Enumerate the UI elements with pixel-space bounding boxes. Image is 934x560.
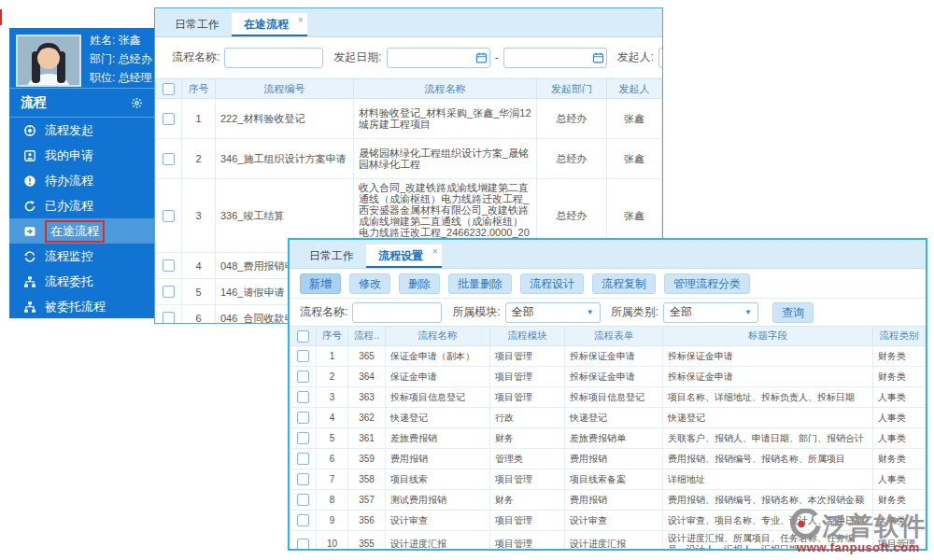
sidebar-item-process-monitor[interactable]: 流程监控 [9,244,154,269]
sidebar-item-pending-process[interactable]: 待办流程 [9,168,154,193]
sidebar-item-in-transit-process[interactable]: 在途流程 [9,218,154,244]
table-row[interactable]: 1222_材料验收登记材料验收登记_材料采购_张鑫_华润12城房建工程项目总经办… [156,99,662,139]
table-row[interactable]: 9356设计审查项目管理设计审查设计审查、项目名称、专业、设计人、制单日期人事类 [290,511,926,531]
cell-process-form: 差旅费报销单 [565,428,663,449]
row-checkbox[interactable] [163,113,175,125]
gear-icon[interactable] [131,97,143,109]
cell-title-fields: 快递登记 [663,408,873,428]
sidebar-item-my-applications[interactable]: 我的申请 [9,143,154,168]
w2-column-header[interactable]: 序号 [317,327,348,346]
row-checkbox-cell [290,408,317,428]
row-checkbox[interactable] [163,210,175,222]
select-all-checkbox[interactable] [163,83,175,95]
w2-column-header[interactable]: 流程名称 [386,327,490,346]
batch-delete-button[interactable]: 批量删除 [448,273,512,294]
cell-process-name: 设计审查 [386,511,490,531]
row-checkbox[interactable] [297,391,309,403]
table-row[interactable]: 6359费用报销管理类费用报销费用报销、报销编号、报销名称、所属项目财务类 [290,449,926,469]
w2-column-header[interactable]: 标题字段 [663,327,873,346]
tab-label: 在途流程 [244,18,289,31]
tab-process-settings[interactable]: 流程设置× [366,245,442,268]
cell-process-module: 行政 [490,408,565,428]
process-copy-button[interactable]: 流程复制 [592,273,656,294]
w2-column-header[interactable]: 流程模块 [490,327,565,346]
table-row[interactable]: 7358项目线索项目管理项目线索备案详细地址人事类 [290,469,926,490]
table-row[interactable]: 10355设计进度汇报项目管理设计进度汇报设计进度汇报、所属项目、任务名称、任务… [290,531,926,552]
module-select[interactable]: 全部 ▼ [505,302,601,323]
row-checkbox[interactable] [297,539,309,551]
cell-process-id: 358 [348,469,386,490]
calendar-icon[interactable] [475,51,488,63]
select-all-checkbox[interactable] [297,330,309,343]
table-row[interactable]: 2364保证金申请项目管理投标保证金申请投标保证金申请财务类 [290,367,926,387]
w2-process-name-input[interactable] [352,302,442,323]
tab-daily-work[interactable]: 日常工作 [297,245,366,268]
chevron-down-icon: ▼ [744,308,752,316]
row-checkbox[interactable] [297,453,309,465]
table-row[interactable]: 3363投标项目信息登记项目管理投标项目信息登记项目名称、详细地址、投标负责人、… [290,387,926,408]
w2-column-header[interactable]: 流程.. [348,327,386,346]
w2-column-header[interactable]: 流程表单 [565,327,663,346]
module-label: 所属模块: [452,304,500,320]
cell-seq: 3 [182,179,216,253]
module-select-value: 全部 [512,304,534,320]
w1-column-header[interactable]: 发起部门 [537,79,607,99]
cell-process-category: 人事类 [873,511,926,531]
process-design-button[interactable]: 流程设计 [520,273,584,294]
tab-daily-work[interactable]: 日常工作 [163,13,232,36]
cell-process-name: 设计进度汇报 [386,531,490,552]
row-checkbox[interactable] [297,494,309,506]
table-row[interactable]: 2346_施工组织设计方案申请晟铭园林绿化工程组织设计方案_晟铭园林绿化工程总经… [156,139,662,179]
row-checkbox[interactable] [297,432,309,444]
w1-column-header[interactable]: 序号 [182,79,216,99]
table-row[interactable]: 8357测试费用报销财务费用报销费用报销、报销编号、报销名称、本次报销金额财务类 [290,490,926,511]
cell-seq: 2 [317,367,348,387]
row-checkbox[interactable] [297,412,309,424]
sidebar-item-done-process[interactable]: 已办流程 [9,193,154,218]
w2-column-header[interactable]: 流程类别 [873,327,926,346]
tab-in-transit-process[interactable]: 在途流程× [232,13,307,36]
w1-process-name-input[interactable] [224,48,323,68]
table-row[interactable]: 4362快递登记行政快递登记快递登记人事类 [290,408,926,428]
delete-button[interactable]: 删除 [399,273,440,294]
sidebar-item-delegated-process[interactable]: 被委托流程 [9,294,154,319]
profile-dept-row: 部门: 总经办 [90,49,154,68]
row-checkbox[interactable] [297,371,309,383]
row-checkbox-cell [156,253,182,279]
cell-start-dept: 总经办 [537,139,607,179]
cell-process-form: 快递登记 [565,408,663,428]
w2-header-checkbox-cell [290,327,317,346]
w1-column-header[interactable]: 发起人 [607,79,662,99]
add-button[interactable]: 新增 [300,273,341,294]
row-checkbox[interactable] [297,473,309,485]
category-select[interactable]: 全部 ▼ [663,302,758,323]
row-checkbox[interactable] [163,312,175,324]
tab-close-icon[interactable]: × [432,246,438,257]
manage-process-category-button[interactable]: 管理流程分类 [664,273,750,294]
row-checkbox[interactable] [297,514,309,526]
row-checkbox[interactable] [297,350,309,362]
query-button[interactable]: 查询 [772,302,814,323]
cell-seq: 7 [317,469,348,490]
tab-label: 日常工作 [175,18,219,31]
calendar-icon[interactable] [592,51,604,63]
w1-column-header[interactable]: 流程编号 [216,79,354,99]
row-checkbox[interactable] [163,259,175,272]
cell-process-category: 人事类 [873,469,926,490]
row-checkbox-cell [290,449,317,469]
table-row[interactable]: 1365保证金申请（副本）项目管理投标保证金申请投标保证金申请财务类 [290,346,926,367]
edit-button[interactable]: 修改 [349,273,390,294]
row-checkbox[interactable] [163,153,175,165]
cell-process-form: 项目线索备案 [565,469,663,490]
sidebar-item-process-launch[interactable]: 流程发起 [9,118,154,143]
w1-initiator-input[interactable] [658,48,662,68]
profile-info: 姓名: 张鑫 部门: 总经办 职位: 总经理 [90,28,154,87]
w1-column-header[interactable]: 流程名称 [354,79,537,99]
cell-seq: 4 [317,408,348,428]
sidebar-item-process-delegate[interactable]: 流程委托 [9,269,154,294]
row-checkbox[interactable] [163,286,175,298]
table-row[interactable]: 5361差旅费报销财务差旅费报销单关联客户、报销人、申请日期、部门、报销合计人事… [290,428,926,449]
cell-process-category: 人事类 [873,428,926,449]
tab-close-icon[interactable]: × [298,15,304,25]
row-checkbox-cell [156,139,182,179]
